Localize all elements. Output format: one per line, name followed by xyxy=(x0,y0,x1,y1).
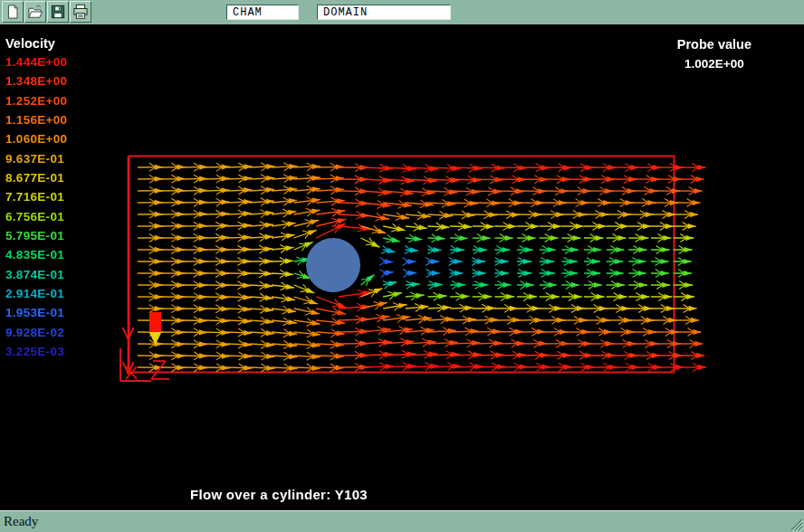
legend-value: 9.928E-02 xyxy=(5,326,67,345)
status-bar: Ready xyxy=(0,510,804,532)
probe-value: 1.002E+00 xyxy=(677,57,751,71)
legend-title: Velocity xyxy=(5,36,67,55)
legend-value: 3.225E-03 xyxy=(5,345,67,364)
save-file-button[interactable] xyxy=(47,1,69,23)
status-text: Ready xyxy=(0,514,38,529)
legend-value: 3.874E-01 xyxy=(5,268,67,287)
legend-value: 4.835E-01 xyxy=(5,248,67,267)
legend-value: 1.348E+00 xyxy=(5,74,67,93)
legend-value: 9.637E-01 xyxy=(5,152,67,171)
print-button[interactable] xyxy=(70,1,91,23)
legend-value: 1.444E+00 xyxy=(5,55,67,74)
cham-field[interactable]: CHAM xyxy=(226,5,299,20)
domain-field[interactable]: DOMAIN xyxy=(317,5,451,20)
velocity-legend: Velocity 1.444E+00 1.348E+00 1.252E+00 1… xyxy=(5,36,67,365)
open-file-button[interactable] xyxy=(24,1,46,23)
probe-readout: Probe value 1.002E+00 xyxy=(677,37,751,71)
legend-value: 1.252E+00 xyxy=(5,94,67,113)
application-window: { "toolbar": { "buttons": [ { "name": "n… xyxy=(0,0,804,532)
legend-value: 5.795E-01 xyxy=(5,229,67,248)
legend-value: 1.156E+00 xyxy=(5,113,67,132)
legend-value: 1.060E+00 xyxy=(5,132,67,151)
new-document-button[interactable] xyxy=(2,1,24,23)
resize-grip-icon[interactable] xyxy=(790,518,803,531)
toolbar-button-group xyxy=(2,1,92,23)
new-document-icon xyxy=(4,3,22,21)
legend-value: 6.756E-01 xyxy=(5,210,67,229)
vector-plot-canvas[interactable] xyxy=(0,25,804,510)
probe-label: Probe value xyxy=(677,37,751,52)
open-folder-icon xyxy=(26,3,44,21)
plot-area: Velocity 1.444E+00 1.348E+00 1.252E+00 1… xyxy=(0,25,804,510)
legend-value: 8.677E-01 xyxy=(5,171,67,190)
print-icon xyxy=(72,3,90,21)
plot-caption: Flow over a cylinder: Y103 xyxy=(190,487,368,502)
save-floppy-icon xyxy=(49,3,67,21)
legend-value: 1.953E-01 xyxy=(5,306,67,325)
legend-value: 2.914E-01 xyxy=(5,287,67,306)
legend-value: 7.716E-01 xyxy=(5,190,67,209)
toolbar: CHAM DOMAIN xyxy=(0,0,804,24)
